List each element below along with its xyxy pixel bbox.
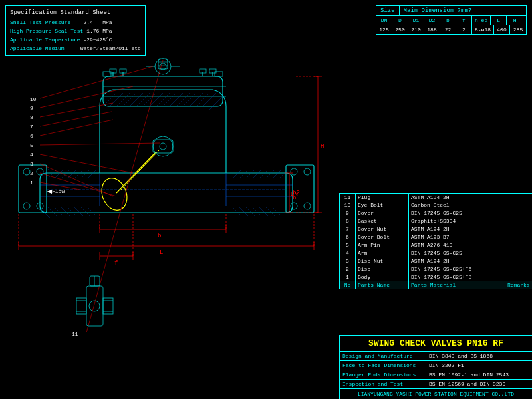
dim-values-row: 125 250 210 188 22 2 8-ø18 400 285 bbox=[376, 25, 526, 35]
svg-text:5: 5 bbox=[30, 142, 33, 148]
spec-row-3: Applicable Temperature -29~425°C bbox=[10, 36, 141, 45]
svg-point-15 bbox=[160, 63, 166, 70]
svg-line-75 bbox=[246, 207, 255, 216]
svg-line-66 bbox=[48, 207, 57, 216]
svg-line-76 bbox=[253, 207, 261, 216]
parts-mat-8: Graphite+SS304 bbox=[409, 217, 505, 225]
parts-no-11: 11 bbox=[340, 194, 356, 201]
parts-rem-2 bbox=[505, 265, 532, 273]
svg-line-59 bbox=[246, 170, 255, 178]
parts-name-4: Arm bbox=[356, 249, 409, 257]
svg-line-48 bbox=[209, 96, 223, 110]
svg-line-38 bbox=[143, 93, 156, 106]
parts-row-5: 5 Arm Pin ASTM A276 410 bbox=[340, 241, 532, 249]
parts-no-8: 8 bbox=[340, 217, 356, 225]
svg-line-70 bbox=[74, 207, 83, 216]
svg-line-22 bbox=[116, 152, 156, 193]
svg-line-69 bbox=[68, 207, 76, 216]
parts-mat-3: ASTM A194 2H bbox=[409, 257, 505, 265]
spec-label: Applicable Medium bbox=[10, 45, 80, 51]
parts-rem-9 bbox=[505, 209, 532, 217]
parts-row-2: 2 Disc DIN 17245 GS-C25+F6 bbox=[340, 265, 532, 273]
svg-line-56 bbox=[88, 170, 96, 178]
svg-line-60 bbox=[253, 170, 261, 178]
parts-mat-1: DIN 17245 GS-C25+F8 bbox=[409, 273, 505, 281]
parts-rem-7 bbox=[505, 225, 532, 233]
svg-point-10 bbox=[304, 203, 311, 209]
parts-row-3: 3 Disc Nut ASTM A194 2H bbox=[340, 257, 532, 265]
parts-rem-11 bbox=[505, 194, 532, 201]
svg-point-7 bbox=[291, 168, 297, 175]
info-row-1: Design and Manufacture DIN 3840 and BS 1… bbox=[340, 352, 532, 361]
parts-no-5: 5 bbox=[340, 241, 356, 249]
svg-line-34 bbox=[116, 93, 130, 106]
svg-line-45 bbox=[190, 93, 203, 106]
svg-point-9 bbox=[291, 203, 297, 209]
svg-point-147 bbox=[89, 301, 100, 311]
svg-line-51 bbox=[55, 170, 63, 178]
svg-text:3: 3 bbox=[30, 161, 33, 167]
svg-line-67 bbox=[55, 207, 63, 216]
svg-point-14 bbox=[155, 59, 171, 74]
svg-point-24 bbox=[98, 174, 132, 213]
svg-line-52 bbox=[61, 170, 70, 178]
parts-header-name: Parts Name bbox=[356, 281, 409, 289]
dim-val-d2: 188 bbox=[424, 25, 440, 34]
svg-line-74 bbox=[239, 207, 248, 216]
dimension-table: Size Main Dimension ?mm? DN D D1 D2 b f … bbox=[376, 5, 527, 35]
svg-text:4: 4 bbox=[30, 152, 33, 158]
parts-no-4: 4 bbox=[340, 249, 356, 257]
parts-no-9: 9 bbox=[340, 209, 356, 217]
dim-header-ned: n-ed bbox=[472, 16, 491, 25]
parts-row-4: 4 Arm DIN 17245 GS-C25 bbox=[340, 249, 532, 257]
svg-point-3 bbox=[37, 168, 43, 175]
info-row-3: Flanger Ends Dimensions BS EN 1092-1 and… bbox=[340, 370, 532, 380]
dim-header-d1: D1 bbox=[408, 16, 424, 25]
svg-text:H: H bbox=[321, 143, 324, 150]
svg-line-120 bbox=[40, 66, 153, 98]
svg-text:b: b bbox=[158, 233, 161, 239]
parts-name-8: Gasket bbox=[356, 217, 409, 225]
dim-val-h: 285 bbox=[510, 25, 526, 34]
parts-no-3: 3 bbox=[340, 257, 356, 265]
parts-mat-10: Carbon Steel bbox=[409, 201, 505, 209]
spec-title: Specification Standard Sheet bbox=[10, 8, 141, 17]
parts-rem-6 bbox=[505, 233, 532, 241]
dim-val-b: 22 bbox=[440, 25, 456, 34]
svg-line-68 bbox=[61, 207, 70, 216]
svg-text:7: 7 bbox=[30, 124, 33, 130]
svg-line-64 bbox=[279, 170, 288, 178]
dim-val-dn: 125 bbox=[376, 25, 392, 34]
svg-line-36 bbox=[130, 93, 143, 106]
svg-text:2: 2 bbox=[30, 170, 33, 176]
info-val-3: BS EN 1092-1 and DIN 2543 bbox=[426, 370, 532, 379]
dim-header-f: f bbox=[456, 16, 472, 25]
spec-val: Water/Steam/Oil etc bbox=[80, 45, 141, 51]
info-label-4: Inspection and Test bbox=[340, 380, 426, 388]
parts-rem-3 bbox=[505, 257, 532, 265]
info-val-4: BS EN 12569 and DIN 3230 bbox=[426, 380, 532, 388]
svg-line-35 bbox=[123, 93, 136, 106]
svg-line-58 bbox=[239, 170, 248, 178]
parts-name-9: Cover bbox=[356, 209, 409, 217]
svg-line-63 bbox=[273, 170, 281, 178]
spec-row-4: Applicable Medium Water/Steam/Oil etc bbox=[10, 45, 141, 53]
svg-line-126 bbox=[40, 112, 112, 126]
right-panel: Size Main Dimension ?mm? DN D D1 D2 b f … bbox=[339, 0, 532, 399]
spec-row-1: Shell Test Pressure 2.4 MPa bbox=[10, 19, 141, 27]
svg-line-128 bbox=[40, 120, 113, 136]
svg-text:1: 1 bbox=[30, 180, 33, 186]
parts-name-1: Body bbox=[356, 273, 409, 281]
info-label-1: Design and Manufacture bbox=[340, 352, 426, 360]
spec-label: Applicable Temperature bbox=[10, 37, 83, 43]
svg-line-55 bbox=[81, 170, 90, 178]
info-label-2: Face to Face Dimensions bbox=[340, 361, 426, 370]
parts-header-rem: Remarks bbox=[505, 281, 532, 289]
svg-line-23 bbox=[120, 150, 160, 191]
main-container: H L DN b f b2 b 10 9 8 bbox=[0, 0, 532, 399]
parts-name-7: Cover Nut bbox=[356, 225, 409, 233]
parts-row-9: 9 Cover DIN 17245 GS-C25 bbox=[340, 209, 532, 217]
dim-header-h: H bbox=[507, 16, 523, 25]
dim-header-l: L bbox=[491, 16, 507, 25]
svg-line-42 bbox=[170, 93, 183, 106]
